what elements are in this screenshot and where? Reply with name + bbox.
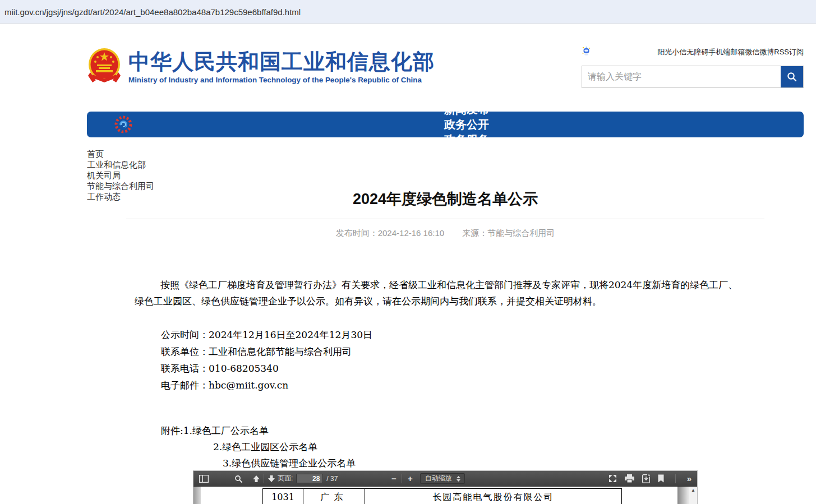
pdf-page-right-shadow: [677, 487, 689, 504]
article-title: 2024年度绿色制造名单公示: [87, 191, 804, 207]
page-number-input[interactable]: [296, 474, 323, 483]
zoom-mode-select[interactable]: 自动缩放: [420, 473, 465, 484]
table-cell-number: 1031: [263, 489, 303, 504]
breadcrumb-item[interactable]: 机关司局: [87, 170, 121, 181]
scroll-up-arrow-icon[interactable]: ▲: [689, 487, 697, 494]
quick-link[interactable]: RSS订阅: [774, 48, 804, 56]
nav-item[interactable]: 工信数据: [141, 163, 792, 178]
nav-item[interactable]: 政务公开: [141, 117, 792, 132]
breadcrumb-item[interactable]: 工业和信息化部: [87, 160, 146, 170]
article-body: 按照《绿色工厂梯度培育及管理暂行办法》有关要求，经省级工业和信息化主管部门推荐及…: [135, 277, 746, 471]
quick-link[interactable]: 手机端: [708, 48, 730, 56]
toolbar-divider: [402, 474, 402, 483]
nav-item[interactable]: 首页: [141, 72, 792, 87]
toolbar-divider: [675, 474, 676, 483]
quick-link[interactable]: 微信: [745, 48, 759, 56]
title-divider: [126, 219, 764, 219]
quick-links: 阳光小信无障碍手机端邮箱微信微博RSS订阅: [582, 46, 804, 58]
download-icon[interactable]: [642, 474, 650, 483]
toolbar-divider: [264, 474, 264, 483]
attachment-link[interactable]: 附件:1.绿色工厂公示名单: [161, 423, 746, 439]
article: 2024年度绿色制造名单公示 发布时间：2024-12-16 16:10 来源：…: [87, 191, 804, 471]
presentation-mode-icon[interactable]: [608, 474, 617, 483]
site-title: 中华人民共和国工业和信息化部: [128, 50, 435, 73]
nav-item[interactable]: 政务服务: [141, 132, 792, 147]
attachment-link[interactable]: 3.绿色供应链管理企业公示名单: [223, 455, 746, 471]
quick-link[interactable]: 邮箱: [730, 48, 745, 56]
print-icon[interactable]: [625, 474, 634, 483]
contact-info-line: 公示时间：2024年12月16日至2024年12月30日: [161, 326, 746, 343]
national-emblem-icon: [88, 48, 121, 87]
zoom-out-button[interactable]: −: [389, 474, 398, 483]
robot-icon: [582, 46, 591, 58]
previous-page-icon[interactable]: [252, 475, 260, 483]
article-paragraph: 按照《绿色工厂梯度培育及管理暂行办法》有关要求，经省级工业和信息化主管部门推荐及…: [135, 277, 746, 309]
breadcrumb-item[interactable]: 首页: [87, 149, 104, 160]
more-tools-button[interactable]: »: [687, 474, 691, 483]
pdf-table: 1031 广东 长园高能电气股份有限公司: [262, 488, 622, 504]
sidebar-toggle-icon[interactable]: [199, 475, 209, 483]
article-source: 来源：节能与综合利用司: [462, 228, 555, 238]
nav-item[interactable]: 互动交流: [141, 147, 792, 163]
page-label: 页面:: [278, 474, 293, 483]
publish-time: 发布时间：2024-12-16 16:10: [336, 228, 444, 238]
contact-info-line: 电子邮件：hbc@miit.gov.cn: [161, 377, 746, 394]
pdf-search-icon[interactable]: [234, 475, 242, 483]
bookmark-icon[interactable]: [658, 474, 664, 483]
zoom-mode-value: 自动缩放: [425, 474, 452, 483]
quick-link[interactable]: 阳光小信: [657, 48, 686, 56]
main-nav: 首页组织机构新闻发布政务公开政务服务互动交流工信数据: [87, 112, 804, 137]
table-cell-company: 长园高能电气股份有限公司: [365, 489, 622, 504]
pdf-toolbar: 页面: / 37 − + 自动缩放: [193, 471, 697, 487]
nav-item[interactable]: 组织机构: [141, 87, 792, 102]
page: miit.gov.cn/jgsj/jns/gzdt/art/2024/art_b…: [0, 0, 816, 504]
url-text[interactable]: miit.gov.cn/jgsj/jns/gzdt/art/2024/art_b…: [4, 7, 301, 17]
publish-info: 发布时间：2024-12-16 16:10 来源：节能与综合利用司: [87, 228, 804, 239]
quick-link[interactable]: 无障碍: [686, 48, 708, 56]
pdf-page-area: 1031 广东 长园高能电气股份有限公司 ▲: [193, 487, 697, 504]
next-page-icon[interactable]: [268, 475, 275, 483]
table-cell-province: 广东: [303, 489, 365, 504]
pdf-scrollbar[interactable]: ▲: [689, 487, 697, 504]
page-total: / 37: [326, 475, 338, 483]
quick-link[interactable]: 微博: [759, 48, 774, 56]
nav-item[interactable]: 新闻发布: [141, 102, 792, 117]
miit-gear-logo-icon: [98, 115, 141, 134]
pdf-viewer: 页面: / 37 − + 自动缩放: [193, 471, 697, 504]
contact-info-line: 联系电话：010-68205340: [161, 360, 746, 377]
attachment-link[interactable]: 2.绿色工业园区公示名单: [213, 439, 746, 455]
zoom-in-button[interactable]: +: [405, 474, 414, 483]
table-row: 1031 广东 长园高能电气股份有限公司: [263, 489, 622, 504]
browser-url-bar[interactable]: miit.gov.cn/jgsj/jns/gzdt/art/2024/art_b…: [0, 0, 816, 24]
select-arrows-icon: [457, 476, 460, 482]
pdf-page-left-shadow: [193, 487, 201, 504]
contact-info-line: 联系单位：工业和信息化部节能与综合利用司: [161, 343, 746, 360]
